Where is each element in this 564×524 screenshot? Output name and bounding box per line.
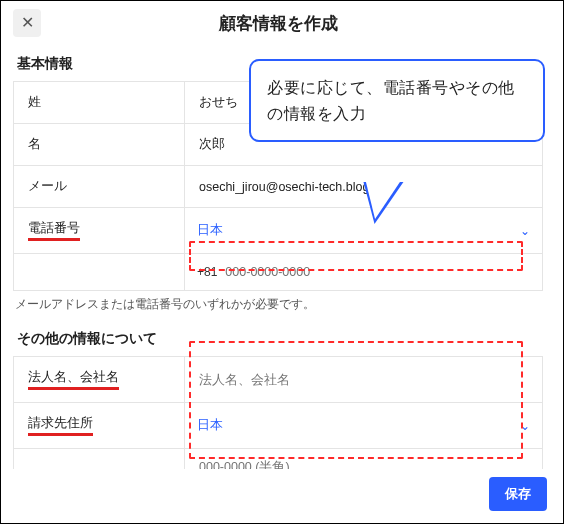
row-postal [14, 449, 542, 469]
other-info-table: 法人名、会社名 請求先住所 日本 ⌄ [13, 356, 543, 469]
input-postal[interactable] [197, 459, 530, 469]
row-email: メール [14, 166, 542, 208]
phone-prefix: +81 [197, 265, 217, 279]
row-phone-number: +81 [14, 254, 542, 290]
row-phone-country: 電話番号 日本 ⌄ [14, 208, 542, 254]
close-button[interactable]: ✕ [13, 9, 41, 37]
chevron-down-icon: ⌄ [520, 419, 530, 433]
label-last-name: 姓 [14, 82, 184, 123]
annotation-text: 必要に応じて、電話番号やその他の情報を入力 [249, 59, 545, 142]
label-first-name: 名 [14, 124, 184, 165]
label-email: メール [14, 166, 184, 207]
close-icon: ✕ [21, 15, 34, 31]
save-button[interactable]: 保存 [489, 477, 547, 511]
label-phone-empty [14, 254, 184, 290]
modal-title: 顧客情報を作成 [41, 12, 543, 35]
select-billing-country[interactable]: 日本 ⌄ [197, 417, 530, 434]
input-company[interactable] [197, 372, 530, 388]
billing-country-text: 日本 [197, 417, 223, 434]
row-billing-country: 請求先住所 日本 ⌄ [14, 403, 542, 449]
input-phone-number[interactable] [223, 264, 530, 280]
annotation-speech-bubble: 必要に応じて、電話番号やその他の情報を入力 [249, 59, 545, 142]
label-billing: 請求先住所 [14, 403, 184, 448]
window-frame: ✕ 顧客情報を作成 基本情報 姓 名 [0, 0, 564, 524]
value-company [184, 357, 542, 402]
required-note: メールアドレスまたは電話番号のいずれかが必要です。 [15, 297, 543, 312]
value-phone-number: +81 [184, 254, 542, 290]
value-postal [184, 449, 542, 469]
label-company: 法人名、会社名 [14, 357, 184, 402]
label-phone: 電話番号 [14, 208, 184, 253]
phone-country-text: 日本 [197, 222, 223, 239]
row-company: 法人名、会社名 [14, 357, 542, 403]
modal-header: ✕ 顧客情報を作成 [13, 9, 543, 37]
label-postal-empty [14, 449, 184, 469]
chevron-down-icon: ⌄ [520, 224, 530, 238]
select-phone-country[interactable]: 日本 ⌄ [197, 222, 530, 239]
value-billing-country: 日本 ⌄ [184, 403, 542, 448]
section-title-other: その他の情報について [17, 330, 543, 348]
footer-actions: 保存 [13, 469, 551, 511]
